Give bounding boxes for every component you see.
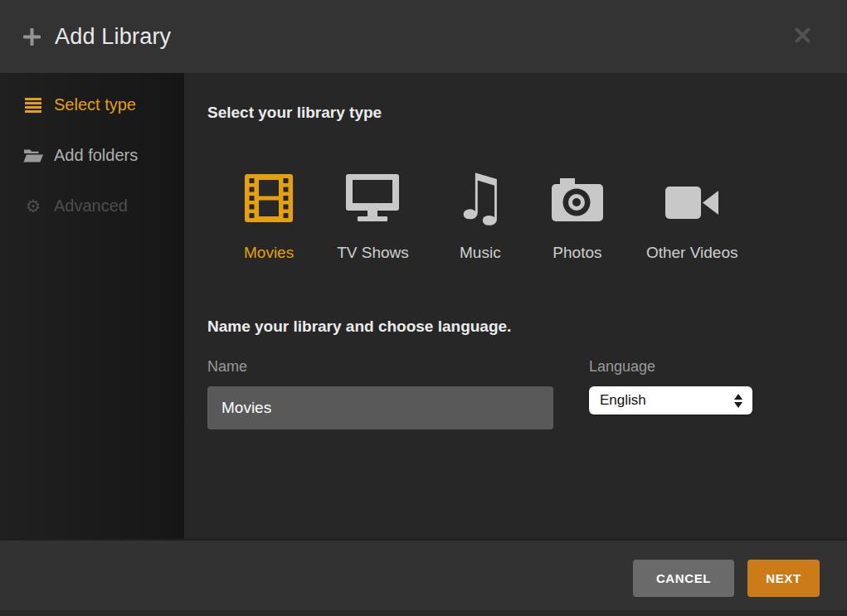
library-type-label: Movies: [244, 244, 294, 262]
folder-open-icon: [23, 148, 43, 162]
sidebar-item-add-folders[interactable]: Add folders: [0, 130, 184, 181]
name-section-title: Name your library and choose language.: [207, 315, 847, 338]
name-field-label: Name: [207, 358, 553, 375]
tv-icon: [345, 172, 400, 222]
library-type-label: TV Shows: [337, 244, 409, 262]
library-type-other-videos[interactable]: Other Videos: [646, 172, 738, 262]
add-library-dialog: Add Library Select: [0, 0, 847, 616]
close-icon: [795, 27, 810, 46]
dialog-body: Select type Add folders ⚙ Advanced: [0, 73, 847, 539]
close-button[interactable]: [791, 24, 814, 49]
cancel-button[interactable]: CANCEL: [633, 560, 734, 597]
name-field-group: Name: [207, 358, 553, 429]
sidebar-item-label: Advanced: [54, 196, 128, 216]
language-field-label: Language: [589, 358, 752, 375]
sidebar-item-advanced[interactable]: ⚙ Advanced: [0, 181, 184, 231]
plus-icon: [23, 28, 41, 46]
music-note-icon: ♫: [452, 172, 509, 222]
main-panel: Select your library type: [184, 73, 847, 539]
library-name-input[interactable]: [207, 386, 553, 429]
language-field-group: Language English: [589, 358, 752, 429]
library-type-label: Photos: [552, 244, 601, 262]
wizard-steps-sidebar: Select type Add folders ⚙ Advanced: [0, 73, 184, 539]
gear-icon: ⚙: [23, 197, 43, 215]
library-type-photos[interactable]: Photos: [552, 172, 603, 262]
camera-icon: [552, 172, 603, 222]
library-type-tv-shows[interactable]: TV Shows: [337, 172, 409, 262]
type-section-title: Select your library type: [207, 73, 847, 124]
list-lines-icon: [23, 98, 43, 113]
library-type-picker: Movies TV Shows ♫: [244, 172, 847, 262]
language-select[interactable]: English: [589, 386, 752, 415]
name-language-fields: Name Language English: [207, 358, 847, 429]
library-type-music[interactable]: ♫ Music: [452, 172, 509, 262]
library-type-label: Other Videos: [646, 244, 738, 262]
video-camera-icon: [665, 172, 718, 222]
sidebar-item-label: Select type: [54, 95, 136, 114]
sidebar-item-select-type[interactable]: Select type: [0, 80, 184, 130]
dialog-header: Add Library: [0, 0, 847, 73]
select-stepper-icon: [734, 394, 742, 408]
library-type-movies[interactable]: Movies: [244, 172, 294, 262]
next-button[interactable]: NEXT: [747, 560, 820, 597]
sidebar-item-label: Add folders: [54, 146, 138, 165]
film-icon: [245, 172, 293, 222]
dialog-footer: CANCEL NEXT: [0, 539, 847, 616]
language-select-value: English: [600, 392, 646, 409]
library-type-label: Music: [460, 244, 501, 262]
dialog-title: Add Library: [55, 24, 171, 50]
